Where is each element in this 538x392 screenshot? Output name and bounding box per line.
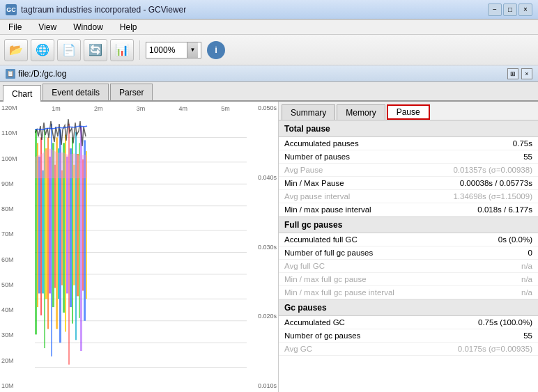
minimize-button[interactable]: − (488, 3, 502, 16)
label-avg-full-gc: Avg full GC (284, 262, 428, 270)
window-title: tagtraum industries incorporated - GCVie… (21, 5, 186, 15)
value-min-max-full-gc-interval: n/a (428, 288, 532, 297)
value-avg-pause-interval: 1.34698s (σ=1.15009) (428, 192, 532, 201)
menu-view[interactable]: View (33, 21, 62, 33)
tab-memory[interactable]: Memory (337, 104, 385, 120)
zoom-arrow[interactable]: ▼ (187, 42, 198, 58)
y-label-80m: 80M (1, 205, 33, 212)
y-label-70m: 70M (1, 230, 33, 237)
menu-bar: File View Window Help (0, 19, 538, 35)
row-accumulated-full-gc: Accumulated full GC 0s (0.0%) (279, 233, 538, 246)
toolbar: 📂 🌐 📄 🔄 📊 1000% ▼ i (0, 35, 538, 65)
value-min-max-full-gc-pause: n/a (428, 275, 532, 283)
zoom-value: 1000% (149, 45, 187, 55)
zoom-select[interactable]: 1000% ▼ (146, 42, 201, 58)
tab-pause[interactable]: Pause (387, 104, 430, 120)
title-bar-left: GC tagtraum industries incorporated - GC… (6, 4, 186, 15)
row-min-max-full-gc-pause: Min / max full gc pause n/a (279, 273, 538, 286)
toolbar-separator (139, 40, 140, 60)
row-avg-full-gc: Avg full GC n/a (279, 260, 538, 273)
y-label-20m: 20M (1, 357, 33, 364)
file-path: file:/D:/gc.log (18, 69, 66, 79)
right-tab-bar: Summary Memory Pause (279, 102, 538, 120)
row-accumulated-gc: Accumulated GC 0.75s (100.0%) (279, 316, 538, 329)
tab-event-details[interactable]: Event details (43, 84, 109, 100)
web-button[interactable]: 🌐 (31, 39, 54, 61)
app-icon: GC (6, 4, 17, 15)
tab-summary[interactable]: Summary (282, 104, 335, 120)
expand-button[interactable]: ⊞ (507, 68, 518, 79)
label-avg-gc: Avg GC (284, 345, 428, 353)
right-panel: Summary Memory Pause Total pause Accumul… (279, 102, 538, 392)
window-controls: − □ × (488, 3, 532, 16)
y-right-label-5: 0.010s (248, 382, 277, 389)
close-button[interactable]: × (518, 3, 532, 16)
close-file-button[interactable]: × (521, 68, 532, 79)
row-min-max-interval: Min / max pause interval 0.018s / 6.177s (279, 203, 538, 217)
x-label-3m: 3m (137, 105, 146, 112)
y-label-40m: 40M (1, 306, 33, 313)
value-accumulated-full-gc: 0s (0.0%) (428, 235, 532, 244)
chart-y-right-axis: 0.050s 0.040s 0.030s 0.020s 0.010s (247, 102, 278, 392)
section-total-pause: Total pause (279, 120, 538, 137)
y-right-label-4: 0.020s (248, 313, 277, 320)
value-number-pauses: 55 (428, 152, 532, 161)
menu-help[interactable]: Help (114, 21, 143, 33)
svg-rect-33 (73, 165, 75, 285)
doc-button[interactable]: 📄 (57, 39, 81, 61)
tab-chart[interactable]: Chart (3, 85, 41, 102)
info-button[interactable]: i (207, 41, 225, 59)
y-label-30m: 30M (1, 331, 33, 338)
title-bar: GC tagtraum industries incorporated - GC… (0, 0, 538, 19)
row-number-gc-pauses: Number of gc pauses 55 (279, 329, 538, 343)
x-label-4m: 4m (179, 105, 188, 112)
label-number-pauses: Number of pauses (284, 152, 428, 161)
file-controls: ⊞ × (507, 68, 532, 79)
label-min-max-full-gc-interval: Min / max full gc pause interval (284, 288, 428, 297)
main-tab-bar: Chart Event details Parser (0, 82, 538, 102)
x-label-2m: 2m (94, 105, 103, 112)
row-number-pauses: Number of pauses 55 (279, 150, 538, 164)
open-button[interactable]: 📂 (4, 39, 28, 61)
chart-panel: 1m 2m 3m 4m 5m 120M 110M 100M 90M 80M 70… (0, 102, 279, 392)
refresh-button[interactable]: 🔄 (84, 39, 107, 61)
menu-window[interactable]: Window (68, 21, 109, 33)
pause-data-table: Total pause Accumulated pauses 0.75s Num… (279, 120, 538, 392)
svg-rect-22 (54, 165, 56, 288)
label-accumulated-gc: Accumulated GC (284, 318, 428, 327)
value-min-max-pause: 0.00038s / 0.05773s (428, 179, 532, 187)
value-min-max-interval: 0.018s / 6.177s (428, 205, 532, 214)
y-label-90m: 90M (1, 180, 33, 187)
y-label-50m: 50M (1, 281, 33, 288)
x-label-5m: 5m (221, 105, 230, 112)
chart-visualization[interactable] (35, 116, 247, 389)
svg-rect-38 (82, 159, 84, 291)
y-label-120m: 120M (1, 104, 33, 111)
content-area: 1m 2m 3m 4m 5m 120M 110M 100M 90M 80M 70… (0, 102, 538, 392)
y-label-100m: 100M (1, 155, 33, 162)
value-avg-pause: 0.01357s (σ=0.00938) (428, 166, 532, 174)
file-info: 📋 file:/D:/gc.log (6, 69, 66, 79)
chart-button[interactable]: 📊 (110, 39, 134, 61)
label-number-full-gc: Number of full gc pauses (284, 249, 428, 257)
chart-x-axis: 1m 2m 3m 4m 5m (35, 102, 247, 116)
row-min-max-pause: Min / Max Pause 0.00038s / 0.05773s (279, 177, 538, 190)
menu-file[interactable]: File (3, 21, 27, 33)
label-accumulated-full-gc: Accumulated full GC (284, 235, 428, 244)
maximize-button[interactable]: □ (503, 3, 517, 16)
label-min-max-interval: Min / max pause interval (284, 205, 428, 214)
svg-rect-26 (61, 171, 63, 285)
y-label-110m: 110M (1, 130, 33, 136)
label-number-gc-pauses: Number of gc pauses (284, 331, 428, 340)
row-number-full-gc: Number of full gc pauses 0 (279, 246, 538, 260)
row-avg-pause: Avg Pause 0.01357s (σ=0.00938) (279, 164, 538, 177)
section-full-gc: Full gc pauses (279, 217, 538, 233)
value-avg-gc: 0.0175s (σ=0.00935) (428, 345, 532, 353)
label-accumulated-pauses: Accumulated pauses (284, 139, 428, 148)
svg-rect-15 (42, 171, 44, 294)
label-min-max-full-gc-pause: Min / max full gc pause (284, 275, 428, 283)
tab-parser[interactable]: Parser (110, 84, 153, 100)
value-avg-full-gc: n/a (428, 262, 532, 270)
label-avg-pause: Avg Pause (284, 166, 428, 174)
row-accumulated-pauses: Accumulated pauses 0.75s (279, 137, 538, 150)
